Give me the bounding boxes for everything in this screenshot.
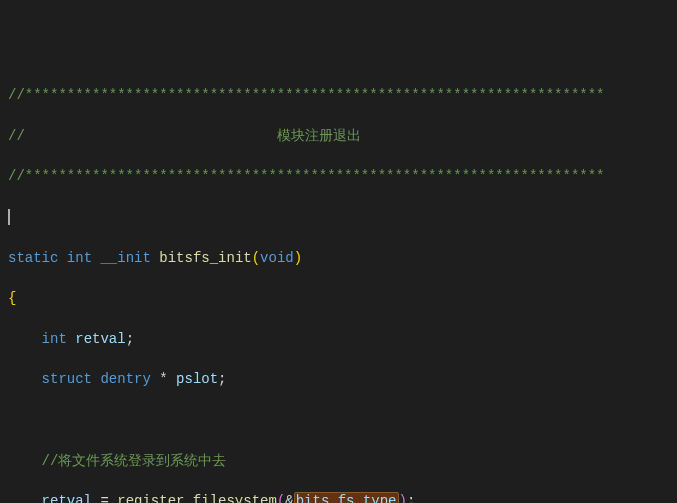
comment-bar-top: //**************************************…: [8, 85, 677, 105]
comment-title-line: // 模块注册退出: [8, 126, 677, 146]
text-cursor: [8, 209, 10, 225]
fn-signature[interactable]: static int __init bitsfs_init(void): [8, 248, 677, 268]
cursor-line[interactable]: [8, 207, 677, 227]
decl-retval[interactable]: int retval;: [8, 329, 677, 349]
assign-register[interactable]: retval = register_filesystem(&bits_fs_ty…: [8, 491, 677, 503]
decl-pslot[interactable]: struct dentry * pslot;: [8, 369, 677, 389]
comment-bar-bottom: //**************************************…: [8, 166, 677, 186]
comment-register: //将文件系统登录到系统中去: [8, 451, 677, 471]
selection-bits-fs-type: bits_fs_type: [294, 492, 399, 503]
brace-open: {: [8, 288, 677, 308]
blank: [8, 410, 677, 430]
